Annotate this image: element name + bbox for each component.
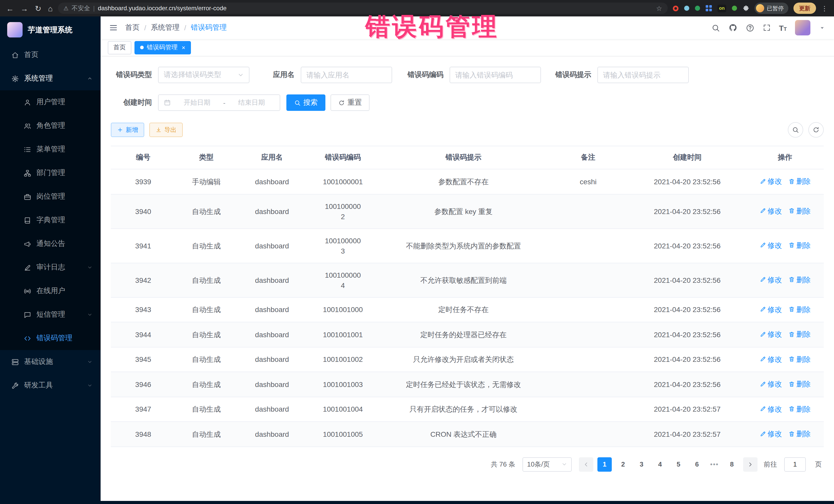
proxy-on-extension-icon[interactable]: on xyxy=(718,4,726,12)
edit-link[interactable]: 修改 xyxy=(759,404,782,414)
sidebar-item-infra[interactable]: 基础设施 xyxy=(0,350,101,374)
refresh-table-button[interactable] xyxy=(808,122,824,137)
browser-home-icon[interactable]: ⌂ xyxy=(48,4,52,12)
delete-link[interactable]: 删除 xyxy=(788,329,811,339)
sidebar-item-post[interactable]: 岗位管理 xyxy=(0,185,101,209)
next-page-button[interactable] xyxy=(743,457,758,472)
edit-label: 修改 xyxy=(768,329,782,339)
sidebar-item-audit-log[interactable]: 审计日志 xyxy=(0,256,101,279)
message-icon xyxy=(24,311,31,319)
cell-code: 1001001000 xyxy=(307,297,379,322)
page-size-select[interactable]: 10条/页 xyxy=(523,457,572,472)
delete-link[interactable]: 删除 xyxy=(788,275,811,285)
bookmark-star-icon[interactable]: ☆ xyxy=(656,4,662,12)
font-size-icon[interactable]: TT xyxy=(779,24,787,31)
sidebar-item-sms[interactable]: 短信管理 xyxy=(0,303,101,326)
octotree-extension-icon[interactable] xyxy=(732,6,737,11)
sidebar-item-dev-tools[interactable]: 研发工具 xyxy=(0,374,101,397)
help-icon[interactable] xyxy=(745,23,754,32)
profile-chip[interactable]: 已暂停 xyxy=(754,3,788,14)
cell-code: 100100000 2 xyxy=(307,194,379,228)
delete-link[interactable]: 删除 xyxy=(788,354,811,364)
apps-grid-extension-icon[interactable] xyxy=(706,5,712,11)
goto-page-input[interactable] xyxy=(784,457,806,472)
breadcrumb-item[interactable]: 错误码管理 xyxy=(191,23,227,32)
page-button-4[interactable]: 4 xyxy=(653,457,667,472)
toggle-search-button[interactable] xyxy=(788,122,803,137)
delete-link[interactable]: 删除 xyxy=(788,206,811,216)
submenu: 用户管理角色管理菜单管理部门管理岗位管理字典管理通知公告审计日志在线用户短信管理… xyxy=(0,90,101,350)
error-code-input[interactable] xyxy=(449,67,541,83)
sidebar-item-dept[interactable]: 部门管理 xyxy=(0,161,101,185)
sidebar-item-system[interactable]: 系统管理 xyxy=(0,67,101,90)
github-icon[interactable] xyxy=(728,23,737,32)
user-avatar[interactable] xyxy=(795,20,810,36)
page-button-8[interactable]: 8 xyxy=(725,457,739,472)
page-button-2[interactable]: 2 xyxy=(616,457,630,472)
trash-icon xyxy=(788,242,795,249)
sidebar-item-label: 系统管理 xyxy=(24,74,53,83)
sidebar-item-online-user[interactable]: 在线用户 xyxy=(0,279,101,303)
recorder-extension-icon[interactable] xyxy=(673,5,679,11)
green-check-extension-icon[interactable] xyxy=(695,6,700,11)
create-time-range-picker[interactable]: 开始日期 - 结束日期 xyxy=(158,94,280,111)
sidebar-item-notice[interactable]: 通知公告 xyxy=(0,232,101,256)
cell-remark: ceshi xyxy=(548,169,628,194)
page-button-6[interactable]: 6 xyxy=(690,457,704,472)
edit-link[interactable]: 修改 xyxy=(759,206,782,216)
user-menu-caret-icon[interactable] xyxy=(819,24,826,31)
sidebar-item-user[interactable]: 用户管理 xyxy=(0,90,101,114)
add-button[interactable]: 新增 xyxy=(111,123,144,137)
address-bar[interactable]: ⚠ 不安全 | dashboard.yudao.iocoder.cn/syste… xyxy=(58,3,668,14)
update-button[interactable]: 更新 xyxy=(793,3,816,14)
cell-type: 自动生成 xyxy=(176,372,237,397)
reset-button[interactable]: 重置 xyxy=(331,94,370,111)
breadcrumb-item[interactable]: 首页 xyxy=(125,23,139,32)
breadcrumb-item[interactable]: 系统管理 xyxy=(151,23,180,32)
app-logo[interactable]: 芋道管理系统 xyxy=(0,17,101,43)
cell-time: 2021-04-20 23:52:56 xyxy=(628,322,746,347)
back-icon[interactable]: ← xyxy=(6,4,14,12)
pinned-extension-extension-icon[interactable] xyxy=(743,5,749,12)
sidebar-item-role[interactable]: 角色管理 xyxy=(0,114,101,137)
delete-link[interactable]: 删除 xyxy=(788,240,811,250)
collapse-sidebar-icon[interactable] xyxy=(109,23,118,32)
fullscreen-icon[interactable] xyxy=(762,24,771,32)
edit-link[interactable]: 修改 xyxy=(759,275,782,285)
edit-link[interactable]: 修改 xyxy=(759,304,782,314)
delete-link[interactable]: 删除 xyxy=(788,176,811,186)
sidebar-item-home[interactable]: 首页 xyxy=(0,43,101,67)
delete-link[interactable]: 删除 xyxy=(788,404,811,414)
sidebar-item-menu[interactable]: 菜单管理 xyxy=(0,137,101,161)
search-button[interactable]: 搜索 xyxy=(286,94,325,111)
edit-link[interactable]: 修改 xyxy=(759,240,782,250)
sidebar-item-dict[interactable]: 字典管理 xyxy=(0,209,101,232)
export-button[interactable]: 导出 xyxy=(149,123,183,137)
page-button-1[interactable]: 1 xyxy=(597,457,612,472)
delete-link[interactable]: 删除 xyxy=(788,379,811,389)
pager-ellipsis[interactable]: ••• xyxy=(708,460,721,468)
edit-link[interactable]: 修改 xyxy=(759,329,782,339)
tab-error-code[interactable]: 错误码管理× xyxy=(134,41,191,54)
tab-home[interactable]: 首页 xyxy=(108,41,131,54)
prev-page-button[interactable] xyxy=(579,457,593,472)
page-button-5[interactable]: 5 xyxy=(671,457,686,472)
color-picker-extension-icon[interactable] xyxy=(684,6,689,11)
edit-link[interactable]: 修改 xyxy=(759,379,782,389)
page-button-3[interactable]: 3 xyxy=(634,457,649,472)
search-icon[interactable] xyxy=(711,23,720,32)
app-name-input[interactable] xyxy=(301,67,392,83)
error-msg-input[interactable] xyxy=(597,67,689,83)
edit-link[interactable]: 修改 xyxy=(759,176,782,186)
close-tab-icon[interactable]: × xyxy=(182,44,185,50)
cell-code: 1001001003 xyxy=(307,372,379,397)
edit-link[interactable]: 修改 xyxy=(759,429,782,439)
delete-link[interactable]: 删除 xyxy=(788,429,811,439)
sidebar-item-error-code[interactable]: 错误码管理 xyxy=(0,326,101,350)
forward-icon[interactable]: → xyxy=(21,4,28,12)
edit-link[interactable]: 修改 xyxy=(759,354,782,364)
delete-link[interactable]: 删除 xyxy=(788,304,811,314)
browser-menu-icon[interactable]: ⋮ xyxy=(821,5,828,12)
reload-icon[interactable]: ↻ xyxy=(35,4,41,12)
error-type-select[interactable]: 请选择错误码类型 xyxy=(158,67,249,83)
